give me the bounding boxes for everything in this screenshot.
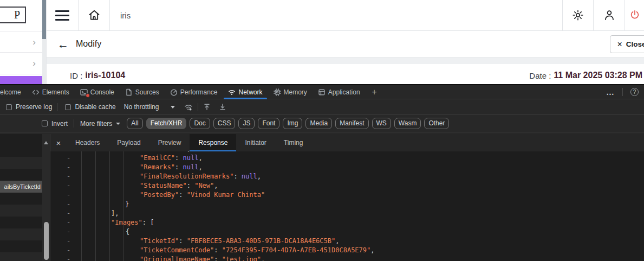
page-scrollbar-thumb[interactable] [42,0,46,39]
close-button[interactable]: × Close [610,35,644,53]
request-row[interactable] [0,169,42,181]
filter-pill-media[interactable]: Media [305,118,332,129]
code-text: "Images": [ [111,218,154,227]
close-detail-icon[interactable]: × [50,134,67,151]
json-token: "PostedBy" [140,191,179,199]
code-text: "Remarks": null, [140,163,203,172]
filter-pill-fetch-xhr[interactable]: Fetch/XHR [146,118,187,129]
fold-marker-icon[interactable]: - [67,227,70,237]
throttling-dropdown-caret[interactable] [171,106,175,109]
detail-tab-initiator[interactable]: Initiator [236,134,275,151]
disable-cache-checkbox[interactable] [65,104,71,110]
filter-pill-other[interactable]: Other [424,118,449,129]
response-lines: -"Deleted": 2,-"EmailCC": null,-"Remarks… [50,151,644,261]
request-row[interactable] [0,252,42,261]
app-root: P › › iris ← Modify × [0,0,644,261]
sidebar-menu-item-2[interactable]: › [0,53,42,74]
section-divider-band [47,58,644,64]
filter-pill-font[interactable]: Font [258,118,279,129]
filter-pill-all[interactable]: All [127,118,142,129]
more-filters-caret[interactable] [116,123,120,125]
filter-pill-ws[interactable]: WS [372,118,391,129]
hamburger-menu-button[interactable] [47,0,79,30]
throttling-select[interactable]: No throttling [124,103,159,111]
detail-tab-preview[interactable]: Preview [149,134,190,151]
detail-tab-payload[interactable]: Payload [108,134,149,151]
more-filters-button[interactable]: More filters [80,120,112,128]
fold-marker-icon[interactable]: - [67,200,70,209]
devtools-tab-network[interactable]: Network [223,85,268,99]
invert-label[interactable]: Invert [51,120,68,128]
top-bar: iris [47,0,644,31]
page-scrollbar[interactable] [42,0,46,84]
fold-marker-icon[interactable]: - [67,154,70,163]
response-line: -{ [50,227,644,237]
devtools-tab-elements[interactable]: Elements [27,85,75,99]
more-options-icon[interactable]: … [602,87,619,97]
filter-pill-manifest[interactable]: Manifest [335,118,368,129]
gear-icon [572,9,584,21]
filter-pill-doc[interactable]: Doc [190,118,210,129]
fold-marker-icon[interactable]: - [67,209,70,218]
filter-pill-img[interactable]: Img [283,118,302,129]
settings-button[interactable] [562,0,593,30]
fold-marker-icon[interactable]: - [67,237,70,246]
request-row-selected[interactable]: ailsByTicketId [0,181,42,193]
fold-marker-icon[interactable]: - [67,181,70,190]
detail-tab-timing[interactable]: Timing [275,134,312,151]
filter-pill-js[interactable]: JS [238,118,255,129]
home-button[interactable] [79,0,110,30]
request-row[interactable] [0,240,42,252]
scroll-up-arrow-icon[interactable] [44,141,48,144]
request-row[interactable] [0,205,42,217]
devtools-tab-application[interactable]: Application [313,85,366,99]
filter-pill-wasm[interactable]: Wasm [394,118,421,129]
request-row[interactable] [0,228,42,240]
devtools-tab-memory[interactable]: Memory [268,85,313,99]
fold-marker-icon[interactable]: - [67,190,70,200]
fold-marker-icon[interactable]: - [67,218,70,227]
devtools-tab-performance[interactable]: Performance [165,85,223,99]
app-logo[interactable]: P [0,7,26,23]
devtools-tab-console[interactable]: Console [75,85,120,99]
response-line: -"Images": [ [50,218,644,227]
ticket-id-value: iris-10104 [85,71,125,80]
devtools-tab-sources[interactable]: Sources [120,85,165,99]
request-row[interactable] [0,157,42,169]
profile-button[interactable] [593,0,625,30]
request-row[interactable] [0,145,42,157]
invert-checkbox[interactable] [42,120,48,126]
request-list-scrollbar[interactable] [42,134,50,261]
disable-cache-label[interactable]: Disable cache [75,103,115,111]
sidebar-active-item[interactable] [0,76,42,84]
fold-marker-icon[interactable]: - [67,255,70,261]
preserve-log-label[interactable]: Preserve log [16,103,52,111]
response-viewer[interactable]: -"Deleted": 2,-"EmailCC": null,-"Remarks… [50,151,644,261]
request-row[interactable] [0,217,42,228]
scrollbar-thumb[interactable] [44,222,49,260]
detail-tab-response[interactable]: Response [190,134,236,151]
json-token: "FinalResolutionRemarks" [140,173,233,180]
preserve-log-checkbox[interactable] [6,104,12,110]
detail-tab-headers[interactable]: Headers [67,134,108,151]
fold-marker-icon[interactable]: - [67,246,70,255]
app-logo-text: P [14,9,20,21]
fold-marker-icon[interactable]: - [67,163,70,172]
import-har-icon[interactable] [203,103,211,111]
export-har-icon[interactable] [219,103,226,111]
filter-pill-css[interactable]: CSS [213,118,236,129]
fold-marker-icon[interactable]: - [67,172,70,181]
more-tools-button[interactable]: + [366,85,383,99]
help-icon[interactable]: ? [630,88,639,96]
json-token: , [257,173,261,180]
request-row[interactable] [0,193,42,205]
logout-button[interactable] [625,0,644,30]
sidebar-menu-item-1[interactable]: › [0,31,42,53]
divider [74,119,74,128]
back-arrow-icon[interactable]: ← [57,39,69,50]
app-sidebar: P › › [0,0,42,84]
network-conditions-icon[interactable] [184,103,193,111]
json-token: : [179,191,186,199]
json-token: "OriginalImageName" [140,256,214,261]
devtools-tab-welcome[interactable]: elcome [0,85,27,99]
